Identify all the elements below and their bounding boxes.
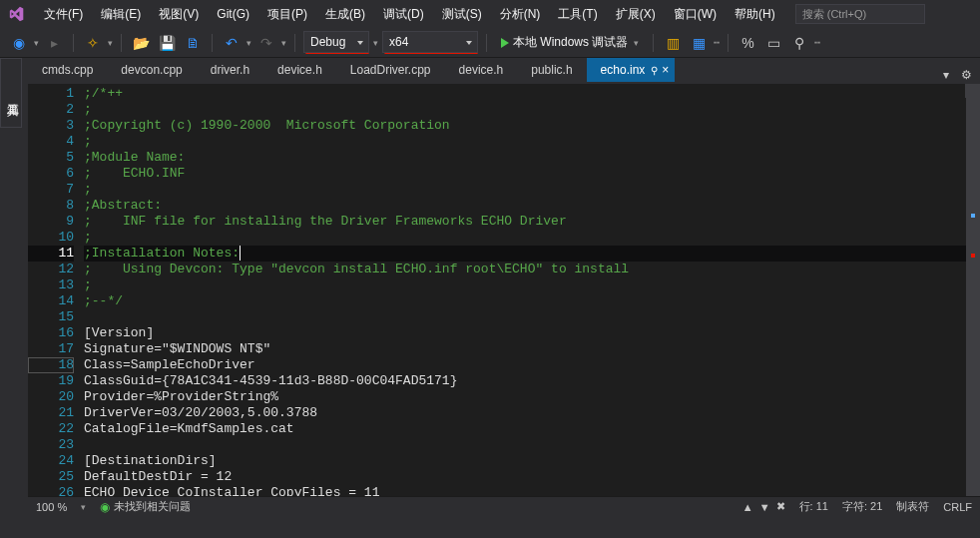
- menu-bar: 文件(F) 编辑(E) 视图(V) Git(G) 项目(P) 生成(B) 调试(…: [0, 0, 980, 28]
- menu-tools[interactable]: 工具(T): [550, 2, 605, 27]
- col-info[interactable]: 字符: 21: [842, 499, 882, 514]
- sep: [212, 34, 213, 52]
- config-dropdown[interactable]: Debug: [303, 31, 369, 53]
- indent-info[interactable]: 制表符: [896, 499, 929, 514]
- redo-icon[interactable]: ↷: [255, 32, 277, 54]
- menu-view[interactable]: 视图(V): [151, 2, 207, 27]
- menu-project[interactable]: 项目(P): [259, 2, 315, 27]
- pin-icon[interactable]: ⚲: [651, 65, 658, 76]
- tab-device-h-2[interactable]: device.h: [445, 58, 518, 82]
- redo-drop[interactable]: ▾: [281, 38, 286, 48]
- new-item-drop[interactable]: ▾: [108, 38, 113, 48]
- tb-icon-2[interactable]: ▦: [688, 32, 710, 54]
- config-drop-extra[interactable]: ▾: [373, 38, 378, 48]
- ok-icon: ◉: [100, 500, 110, 514]
- code-area[interactable]: ;/*++;;Copyright (c) 1990-2000 Microsoft…: [84, 84, 966, 516]
- sep: [73, 34, 74, 52]
- document-tabs: cmds.cpp devcon.cpp driver.h device.h Lo…: [0, 58, 980, 82]
- undo-icon[interactable]: ↶: [221, 32, 243, 54]
- sep: [486, 34, 487, 52]
- nav-down-icon[interactable]: ▼: [759, 501, 770, 513]
- menu-analyze[interactable]: 分析(N): [492, 2, 549, 27]
- save-icon[interactable]: 💾: [156, 32, 178, 54]
- nav-icons: ▲ ▼ ✖: [742, 500, 785, 513]
- tab-device-h[interactable]: device.h: [263, 58, 336, 82]
- tb-icon-1[interactable]: ▥: [662, 32, 684, 54]
- tab-settings-icon[interactable]: ⚙: [958, 68, 974, 82]
- tab-echo-inx[interactable]: echo.inx ⚲ ×: [587, 58, 676, 82]
- scroll-marker: [971, 214, 975, 218]
- line-gutter: 1234567891011121314151617181920212223242…: [28, 84, 84, 516]
- menu-build[interactable]: 生成(B): [317, 2, 373, 27]
- undo-drop[interactable]: ▾: [246, 38, 251, 48]
- search-box[interactable]: 搜索 (Ctrl+Q): [795, 4, 925, 24]
- tb-icon-4[interactable]: ▭: [762, 32, 784, 54]
- new-item-icon[interactable]: ✧: [82, 32, 104, 54]
- save-all-icon[interactable]: 🗎: [182, 32, 204, 54]
- tab-public-h[interactable]: public.h: [517, 58, 586, 82]
- sep: [294, 34, 295, 52]
- nav-back-drop[interactable]: ▾: [34, 38, 39, 48]
- tab-tools: ▾ ⚙: [938, 68, 980, 82]
- toolbox-panel-tab[interactable]: 工具箱: [0, 58, 22, 128]
- sep: [653, 34, 654, 52]
- scroll-marker: [971, 254, 975, 258]
- menu-extensions[interactable]: 扩展(X): [608, 2, 664, 27]
- menu-window[interactable]: 窗口(W): [666, 2, 725, 27]
- debugger-drop[interactable]: ▾: [634, 38, 639, 48]
- menu-edit[interactable]: 编辑(E): [93, 2, 149, 27]
- tab-devcon[interactable]: devcon.cpp: [107, 58, 196, 82]
- close-icon[interactable]: ×: [662, 63, 669, 77]
- tab-label: echo.inx: [601, 63, 646, 77]
- sep: [121, 34, 122, 52]
- line-info[interactable]: 行: 11: [799, 499, 828, 514]
- menu-file[interactable]: 文件(F): [36, 2, 91, 27]
- nav-up-icon[interactable]: ▲: [742, 501, 753, 513]
- scrollbar[interactable]: [966, 84, 980, 516]
- vs-logo-icon: [6, 4, 26, 24]
- nav-back-icon[interactable]: ◉: [8, 32, 30, 54]
- eol-info[interactable]: CRLF: [943, 501, 972, 513]
- toolbar: ◉ ▾ ▸ ✧ ▾ 📂 💾 🗎 ↶ ▾ ↷ ▾ Debug ▾ x64 本地 W…: [0, 28, 980, 58]
- zoom-drop[interactable]: ▾: [81, 502, 86, 512]
- menu-test[interactable]: 测试(S): [434, 2, 490, 27]
- tb-icon-3[interactable]: %: [736, 32, 758, 54]
- platform-dropdown[interactable]: x64: [382, 31, 478, 53]
- issues-text: 未找到相关问题: [114, 499, 191, 514]
- menu-help[interactable]: 帮助(H): [727, 2, 783, 27]
- debugger-label: 本地 Windows 调试器: [513, 34, 628, 51]
- tab-cmds[interactable]: cmds.cpp: [28, 58, 107, 82]
- tab-driver-h[interactable]: driver.h: [197, 58, 263, 82]
- menu-debug[interactable]: 调试(D): [375, 2, 432, 27]
- zoom-level[interactable]: 100 %: [36, 501, 67, 513]
- open-icon[interactable]: 📂: [130, 32, 152, 54]
- tab-loaddriver[interactable]: LoadDriver.cpp: [336, 58, 445, 82]
- tab-overflow-icon[interactable]: ▾: [938, 68, 954, 82]
- editor-info-bar: 100 % ▾ ◉ 未找到相关问题 ▲ ▼ ✖ 行: 11 字符: 21 制表符…: [28, 496, 980, 516]
- issues-status[interactable]: ◉ 未找到相关问题: [100, 499, 191, 514]
- nav-fwd-icon[interactable]: ▸: [43, 32, 65, 54]
- editor: + 12345678910111213141516171819202122232…: [28, 84, 980, 516]
- nav-x-icon[interactable]: ✖: [776, 500, 785, 513]
- menu-git[interactable]: Git(G): [209, 3, 257, 25]
- sep: [728, 34, 729, 52]
- start-debug-button[interactable]: 本地 Windows 调试器 ▾: [495, 32, 645, 54]
- play-icon: [501, 38, 509, 48]
- tb-icon-5[interactable]: ⚲: [788, 32, 810, 54]
